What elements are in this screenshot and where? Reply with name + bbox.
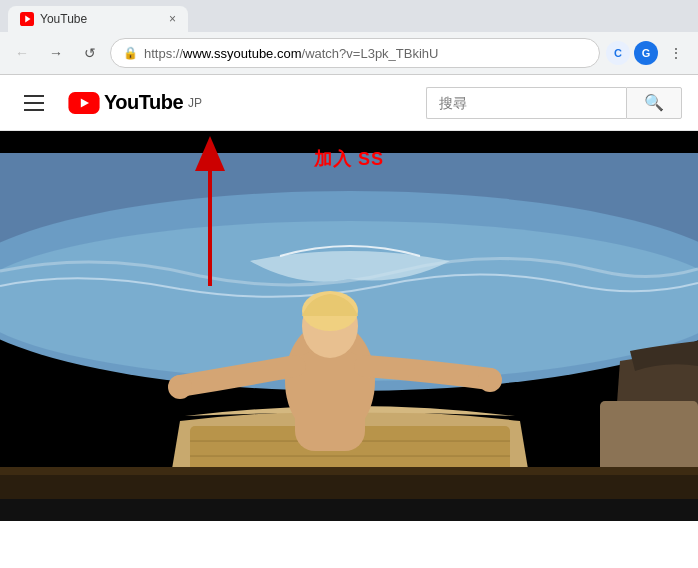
active-tab[interactable]: YouTube ×: [8, 6, 188, 32]
hamburger-line-2: [24, 102, 44, 104]
url-path: /watch?v=L3pk_TBkihU: [302, 46, 439, 61]
svg-rect-23: [0, 499, 698, 521]
browser-actions: C G ⋮: [606, 39, 690, 67]
search-container: 🔍: [426, 87, 682, 119]
search-icon: 🔍: [644, 93, 664, 112]
extension-c-button[interactable]: C: [606, 41, 630, 65]
video-container: 加入 SS: [0, 131, 698, 521]
hamburger-line-3: [24, 109, 44, 111]
browser-chrome: YouTube × ← → ↺ 🔒 https://www.ssyoutube.…: [0, 0, 698, 75]
url-domain: www.ssyoutube.com: [183, 46, 302, 61]
hamburger-line-1: [24, 95, 44, 97]
browser-toolbar: ← → ↺ 🔒 https://www.ssyoutube.com/watch?…: [0, 32, 698, 74]
lock-icon: 🔒: [123, 46, 138, 60]
search-input[interactable]: [426, 87, 626, 119]
youtube-header: YouTubeJP 🔍: [0, 75, 698, 131]
svg-point-17: [168, 375, 192, 399]
video-scene: [0, 131, 698, 521]
browser-menu-button[interactable]: ⋮: [662, 39, 690, 67]
youtube-logo-icon: [68, 92, 100, 114]
tab-title: YouTube: [40, 12, 87, 26]
browser-tabs: YouTube ×: [0, 0, 698, 32]
youtube-logo-text: YouTube: [104, 91, 183, 114]
address-bar[interactable]: 🔒 https://www.ssyoutube.com/watch?v=L3pk…: [110, 38, 600, 68]
url-scheme: https://: [144, 46, 183, 61]
extension-g-button[interactable]: G: [634, 41, 658, 65]
tab-close-btn[interactable]: ×: [169, 12, 176, 26]
youtube-logo-jp: JP: [188, 96, 202, 110]
search-button[interactable]: 🔍: [626, 87, 682, 119]
refresh-button[interactable]: ↺: [76, 39, 104, 67]
hamburger-menu-button[interactable]: [16, 87, 52, 119]
youtube-logo[interactable]: YouTubeJP: [68, 91, 202, 114]
svg-rect-21: [0, 467, 698, 475]
back-button[interactable]: ←: [8, 39, 36, 67]
video-overlay-text: 加入 SS: [0, 147, 698, 171]
url-display: https://www.ssyoutube.com/watch?v=L3pk_T…: [144, 46, 587, 61]
forward-button[interactable]: →: [42, 39, 70, 67]
tab-favicon: [20, 12, 34, 26]
svg-point-18: [478, 368, 502, 392]
